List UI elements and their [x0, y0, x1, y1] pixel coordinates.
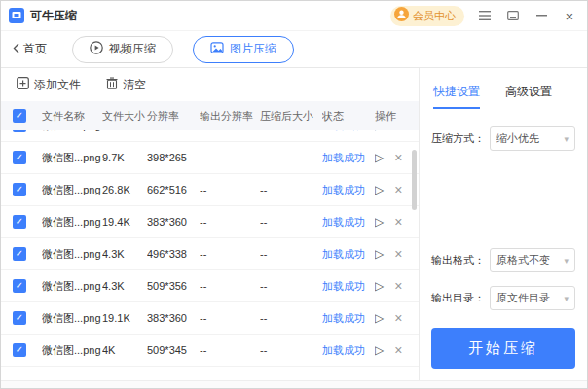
remove-file-icon[interactable]: × — [394, 215, 402, 229]
status-link[interactable]: 加载成功 — [322, 344, 365, 356]
member-avatar-icon — [394, 7, 409, 25]
start-compress-button[interactable]: 开始压缩 — [431, 328, 575, 369]
file-size-cell: 19.1K — [102, 312, 147, 324]
remove-file-icon[interactable]: × — [394, 151, 402, 164]
member-center-label: 会员中心 — [413, 9, 456, 23]
minimize-button[interactable] — [533, 8, 549, 23]
output-resolution-cell: -- — [200, 280, 260, 292]
row-checkbox[interactable]: ✓ — [13, 279, 26, 293]
member-center-button[interactable]: 会员中心 — [390, 6, 464, 26]
table-row: ✓ 微信图...png 4.3K 496*338 -- -- 加载成功 ▷ × — [1, 238, 419, 270]
header-file-size: 文件大小 — [102, 109, 147, 124]
remove-file-icon[interactable]: × — [394, 130, 402, 132]
status-link[interactable]: 加载成功 — [322, 130, 365, 131]
app-window: 可牛压缩 会员中心 × 首页 — [0, 0, 588, 389]
select-all-checkbox[interactable]: ✓ — [13, 109, 26, 123]
output-format-select[interactable]: 原格式不变 ▾ — [490, 248, 575, 272]
tab-advanced-settings[interactable]: 高级设置 — [505, 84, 552, 109]
table-row: ✓ 微信图...png 14.2K 502*316 -- -- 加载成功 ▷ × — [1, 130, 419, 142]
output-resolution-cell: -- — [200, 130, 260, 131]
output-resolution-cell: -- — [200, 248, 260, 260]
table-scrollbar[interactable] — [412, 150, 417, 210]
compress-mode-value: 缩小优先 — [496, 131, 539, 146]
output-resolution-cell: -- — [200, 312, 260, 324]
close-button[interactable]: × — [562, 8, 577, 23]
table-row: ✓ 微信图...png 4.3K 509*356 -- -- 加载成功 ▷ × — [1, 270, 419, 302]
remove-file-icon[interactable]: × — [394, 247, 402, 261]
output-format-field: 输出格式： 原格式不变 ▾ — [431, 248, 575, 272]
chevron-down-icon: ▾ — [564, 294, 569, 303]
output-resolution-cell: -- — [200, 216, 260, 228]
preview-play-icon[interactable]: ▷ — [375, 344, 384, 356]
status-link[interactable]: 加载成功 — [322, 152, 365, 163]
tab-image-compress[interactable]: 图片压缩 — [193, 36, 294, 63]
status-link[interactable]: 加载成功 — [322, 312, 365, 324]
header-operation: 操作 — [375, 109, 418, 124]
header-resolution: 分辨率 — [147, 109, 200, 124]
remove-file-icon[interactable]: × — [394, 279, 402, 293]
preview-play-icon[interactable]: ▷ — [375, 216, 384, 228]
file-list-panel: 添加文件 清空 ✓ 文件名称 文件大小 分辨率 输出分辨率 压缩后大小 状态 操… — [1, 68, 420, 380]
tab-quick-settings[interactable]: 快捷设置 — [433, 84, 480, 109]
tab-video-compress[interactable]: 视频压缩 — [72, 36, 173, 63]
file-name-cell: 微信图...png — [42, 130, 102, 133]
table-row: ✓ 微信图...png 9.7K 398*265 -- -- 加载成功 ▷ × — [1, 142, 419, 174]
remove-file-icon[interactable]: × — [394, 183, 402, 196]
status-link[interactable]: 加载成功 — [322, 248, 365, 260]
settings-tabs: 快捷设置 高级设置 — [431, 68, 575, 109]
table-body: ✓ 微信图...png 14.2K 502*316 -- -- 加载成功 ▷ ×… — [1, 130, 419, 367]
status-link[interactable]: 加载成功 — [322, 184, 365, 195]
add-file-button[interactable]: 添加文件 — [17, 77, 81, 93]
preview-play-icon[interactable]: ▷ — [375, 152, 384, 163]
home-label: 首页 — [23, 41, 47, 57]
resolution-cell: 662*516 — [147, 184, 200, 195]
chevron-down-icon: ▾ — [564, 134, 569, 144]
output-dir-select[interactable]: 原文件目录 ▾ — [490, 286, 575, 310]
output-resolution-cell: -- — [200, 344, 260, 356]
table-row: ✓ 微信图...png 19.1K 383*360 -- -- 加载成功 ▷ × — [1, 302, 419, 335]
row-checkbox[interactable]: ✓ — [13, 183, 26, 196]
file-name-cell: 微信图...png — [42, 215, 102, 230]
compressed-size-cell: -- — [260, 152, 322, 163]
preview-play-icon[interactable]: ▷ — [375, 248, 384, 260]
row-checkbox[interactable]: ✓ — [13, 311, 26, 325]
remove-file-icon[interactable]: × — [394, 343, 402, 357]
resolution-cell: 502*316 — [147, 130, 200, 131]
preview-play-icon[interactable]: ▷ — [375, 130, 384, 131]
app-title: 可牛压缩 — [30, 8, 77, 24]
file-size-cell: 19.4K — [102, 216, 147, 228]
titlebar-right: 会员中心 × — [390, 6, 577, 26]
file-size-cell: 4.3K — [102, 248, 147, 260]
table-row: ✓ 微信图...png 19.4K 383*360 -- -- 加载成功 ▷ × — [1, 206, 419, 238]
image-tab-label: 图片压缩 — [230, 41, 276, 57]
row-checkbox[interactable]: ✓ — [13, 130, 26, 132]
resolution-cell: 383*360 — [147, 312, 200, 324]
preview-play-icon[interactable]: ▷ — [375, 184, 384, 195]
menu-icon[interactable] — [477, 8, 493, 23]
row-checkbox[interactable]: ✓ — [13, 215, 26, 229]
compressed-size-cell: -- — [260, 216, 322, 228]
row-checkbox[interactable]: ✓ — [13, 343, 26, 357]
main-area: 添加文件 清空 ✓ 文件名称 文件大小 分辨率 输出分辨率 压缩后大小 状态 操… — [1, 68, 587, 380]
add-file-icon — [17, 77, 29, 92]
preview-play-icon[interactable]: ▷ — [375, 280, 384, 292]
file-name-cell: 微信图...png — [42, 343, 102, 358]
video-play-icon — [90, 41, 103, 57]
back-home-button[interactable]: 首页 — [13, 41, 47, 57]
titlebar: 可牛压缩 会员中心 × — [1, 1, 587, 30]
compress-mode-field: 压缩方式： 缩小优先 ▾ — [431, 126, 575, 151]
compressed-size-cell: -- — [260, 248, 322, 260]
preview-play-icon[interactable]: ▷ — [375, 312, 384, 324]
remove-file-icon[interactable]: × — [394, 311, 402, 325]
row-checkbox[interactable]: ✓ — [13, 247, 26, 261]
resolution-cell: 509*356 — [147, 280, 200, 292]
status-link[interactable]: 加载成功 — [322, 216, 365, 228]
settings-panel: 快捷设置 高级设置 压缩方式： 缩小优先 ▾ 输出格式： 原格式不变 ▾ 输出 — [420, 68, 587, 380]
feedback-icon[interactable] — [505, 8, 521, 23]
row-checkbox[interactable]: ✓ — [13, 151, 26, 164]
status-link[interactable]: 加载成功 — [322, 280, 365, 292]
app-logo-icon — [9, 8, 24, 23]
compress-mode-select[interactable]: 缩小优先 ▾ — [490, 126, 575, 151]
header-file-name: 文件名称 — [42, 109, 102, 124]
clear-button[interactable]: 清空 — [106, 77, 146, 93]
